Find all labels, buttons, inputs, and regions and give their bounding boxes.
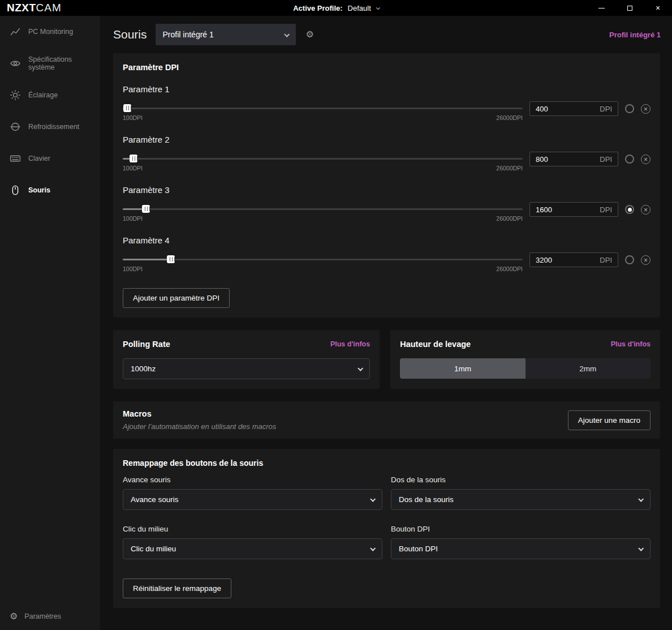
chart-icon bbox=[10, 26, 21, 37]
sidebar-item-settings[interactable]: ⚙ Paramètres bbox=[0, 603, 100, 630]
close-icon: × bbox=[644, 105, 648, 112]
add-dpi-setting-button[interactable]: Ajouter un paramètre DPI bbox=[123, 288, 230, 308]
sidebar-item-specifications[interactable]: Spécifications système bbox=[0, 48, 100, 79]
dpi-settings-card: Paramètre DPI Paramètre 1 100DPI 26000DP… bbox=[113, 53, 660, 318]
page-header: Souris Profil intégré 1 ⚙ Profil intégré… bbox=[100, 16, 672, 52]
window-controls: × bbox=[587, 0, 672, 16]
remap-dropdown-value: Avance souris bbox=[131, 495, 179, 504]
dpi-value-input[interactable]: 400 DPI bbox=[529, 101, 618, 116]
active-profile-control[interactable]: Active Profile: Default bbox=[293, 0, 379, 16]
liftoff-option-2mm[interactable]: 2mm bbox=[525, 358, 651, 379]
dpi-active-radio[interactable] bbox=[625, 205, 634, 214]
polling-rate-dropdown[interactable]: 1000hz bbox=[123, 358, 370, 379]
app-logo: NZXT CAM bbox=[0, 2, 62, 14]
sidebar-item-label: Souris bbox=[28, 186, 50, 194]
dpi-remove-icon[interactable]: × bbox=[641, 205, 651, 215]
sidebar-item-label: Éclairage bbox=[28, 91, 58, 99]
minimize-button[interactable] bbox=[587, 0, 615, 16]
dpi-value: 1600 bbox=[536, 205, 552, 214]
profile-dropdown[interactable]: Profil intégré 1 bbox=[156, 24, 296, 45]
dpi-slider-handle[interactable] bbox=[130, 155, 137, 162]
dpi-value-input[interactable]: 800 DPI bbox=[529, 152, 618, 166]
dpi-slider-area: 100DPI 26000DPI bbox=[123, 202, 523, 222]
dpi-active-radio[interactable] bbox=[625, 155, 634, 164]
minimize-icon bbox=[598, 8, 605, 8]
dpi-setting-row: Paramètre 1 100DPI 26000DPI 400 bbox=[123, 84, 651, 121]
sidebar-item-lighting[interactable]: Éclairage bbox=[0, 79, 100, 111]
dpi-setting-label: Paramètre 3 bbox=[123, 185, 651, 195]
liftoff-more-info-link[interactable]: Plus d'infos bbox=[611, 340, 651, 348]
dpi-value: 800 bbox=[536, 155, 548, 164]
remap-field-forward: Avance souris Avance souris bbox=[123, 475, 382, 510]
active-profile-value[interactable]: Default bbox=[348, 4, 371, 12]
sidebar: PC Monitoring Spécifications système Écl… bbox=[0, 16, 100, 630]
logo-nzxt: NZXT bbox=[7, 2, 36, 14]
maximize-button[interactable] bbox=[615, 0, 644, 16]
remap-dropdown-value: Clic du milieu bbox=[131, 545, 176, 553]
remap-dpi-button-dropdown[interactable]: Bouton DPI bbox=[391, 538, 651, 559]
sidebar-item-cooling[interactable]: Refroidissement bbox=[0, 111, 100, 143]
page-title: Souris bbox=[113, 28, 147, 41]
remap-field-back: Dos de la souris Dos de la souris bbox=[391, 475, 651, 510]
dpi-active-radio[interactable] bbox=[625, 255, 634, 264]
remap-title: Remappage des boutons de la souris bbox=[123, 458, 651, 468]
sidebar-item-pc-monitoring[interactable]: PC Monitoring bbox=[0, 16, 100, 48]
chevron-down-icon bbox=[370, 496, 376, 502]
close-button[interactable]: × bbox=[644, 0, 672, 16]
dpi-value-input[interactable]: 1600 DPI bbox=[529, 202, 618, 217]
sidebar-item-label: Spécifications système bbox=[28, 55, 100, 71]
remap-dropdown-value: Dos de la souris bbox=[399, 495, 454, 504]
dpi-setting-label: Paramètre 1 bbox=[123, 84, 651, 94]
dpi-remove-icon[interactable]: × bbox=[641, 255, 651, 265]
liftoff-option-1mm[interactable]: 1mm bbox=[400, 358, 525, 379]
dpi-min-label: 100DPI bbox=[123, 114, 143, 121]
remap-field-label: Avance souris bbox=[123, 475, 382, 484]
polling-more-info-link[interactable]: Plus d'infos bbox=[330, 340, 370, 348]
dpi-slider-handle[interactable] bbox=[167, 255, 175, 263]
polling-rate-value: 1000hz bbox=[131, 365, 156, 373]
dpi-slider-handle[interactable] bbox=[123, 104, 131, 112]
dpi-slider-range-labels: 100DPI 26000DPI bbox=[123, 165, 523, 172]
cooling-icon bbox=[10, 121, 21, 132]
reset-remap-button[interactable]: Réinitialiser le remappage bbox=[123, 578, 231, 598]
dpi-active-radio[interactable] bbox=[625, 104, 634, 113]
sidebar-item-label: Clavier bbox=[28, 155, 50, 162]
dpi-max-label: 26000DPI bbox=[496, 265, 523, 272]
chevron-down-icon bbox=[357, 366, 363, 371]
dpi-unit-label: DPI bbox=[600, 256, 612, 264]
dpi-slider-handle[interactable] bbox=[142, 205, 150, 213]
macros-text-block: Macros Ajouter l'automatisation en utili… bbox=[123, 409, 276, 431]
profile-dropdown-value: Profil intégré 1 bbox=[163, 30, 214, 39]
profile-settings-gear-icon[interactable]: ⚙ bbox=[306, 30, 314, 39]
logo-cam: CAM bbox=[36, 2, 62, 14]
remap-dropdown-value: Bouton DPI bbox=[399, 545, 438, 553]
add-macro-button[interactable]: Ajouter une macro bbox=[568, 410, 651, 430]
dpi-value-input[interactable]: 3200 DPI bbox=[529, 252, 618, 267]
dpi-remove-icon[interactable]: × bbox=[641, 155, 651, 164]
chevron-down-icon bbox=[284, 31, 290, 37]
dpi-slider-range-labels: 100DPI 26000DPI bbox=[123, 265, 523, 272]
dpi-slider-area: 100DPI 26000DPI bbox=[123, 252, 523, 272]
dpi-setting-row: Paramètre 4 100DPI 26000DPI 3200 bbox=[123, 235, 651, 272]
sidebar-item-keyboard[interactable]: Clavier bbox=[0, 143, 100, 174]
remap-middle-click-dropdown[interactable]: Clic du milieu bbox=[123, 538, 382, 559]
dpi-slider-range-labels: 100DPI 26000DPI bbox=[123, 215, 523, 222]
remap-forward-dropdown[interactable]: Avance souris bbox=[123, 489, 382, 510]
sidebar-item-mouse[interactable]: Souris bbox=[0, 174, 100, 206]
dpi-slider[interactable] bbox=[123, 108, 523, 109]
dpi-max-label: 26000DPI bbox=[496, 114, 523, 121]
close-icon: × bbox=[656, 3, 660, 12]
remap-back-dropdown[interactable]: Dos de la souris bbox=[391, 489, 651, 510]
profile-link[interactable]: Profil intégré 1 bbox=[609, 31, 661, 39]
dpi-min-label: 100DPI bbox=[123, 215, 143, 222]
remap-field-label: Bouton DPI bbox=[391, 525, 651, 533]
dpi-slider[interactable] bbox=[123, 208, 523, 210]
dpi-slider[interactable] bbox=[123, 158, 523, 160]
dpi-slider[interactable] bbox=[123, 259, 523, 260]
macros-subtitle: Ajouter l'automatisation en utilisant de… bbox=[123, 422, 276, 431]
chevron-down-icon bbox=[370, 546, 376, 551]
dpi-remove-icon[interactable]: × bbox=[641, 104, 651, 114]
dpi-max-label: 26000DPI bbox=[496, 165, 523, 172]
remap-field-dpi-button: Bouton DPI Bouton DPI bbox=[391, 525, 651, 559]
sidebar-item-label: PC Monitoring bbox=[28, 28, 73, 36]
